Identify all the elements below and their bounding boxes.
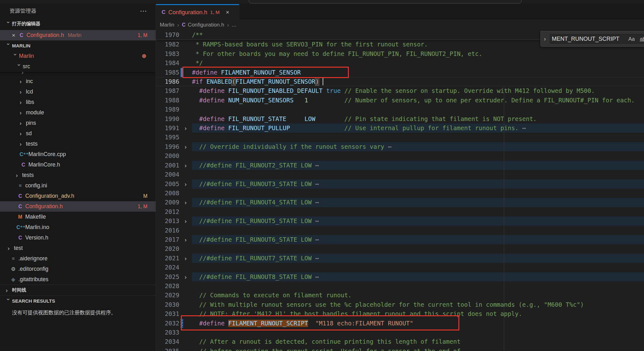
gutter[interactable]: 2031 bbox=[156, 309, 192, 318]
fold-chevron-icon[interactable]: › bbox=[179, 254, 192, 263]
code-line-2000[interactable]: 2000 bbox=[156, 151, 644, 160]
code-line-1996[interactable]: 1996› // Override individually if the ru… bbox=[156, 142, 644, 151]
gutter[interactable]: 2030 bbox=[156, 300, 192, 309]
whole-word-icon[interactable]: ab bbox=[640, 36, 644, 42]
code-line-text[interactable]: // With multiple runout sensors use the … bbox=[192, 300, 644, 309]
code-line-text[interactable] bbox=[192, 281, 644, 291]
code-line-2024[interactable]: 2024 bbox=[156, 263, 644, 272]
find-input-value[interactable]: MENT_RUNOUT_SCRIPT bbox=[552, 36, 623, 42]
tree-item-pins[interactable]: ›pins bbox=[0, 118, 156, 128]
code-line-2008[interactable]: 2008 bbox=[156, 189, 644, 198]
gutter[interactable]: 2012 bbox=[156, 207, 192, 216]
gutter[interactable]: 2035 bbox=[156, 347, 192, 351]
gutter[interactable]: 2029 bbox=[156, 291, 192, 300]
code-line-text[interactable]: //#define FIL_RUNOUT3_STATE LOW ⋯ bbox=[192, 179, 644, 189]
tree-item-lcd[interactable]: ›lcd bbox=[0, 87, 156, 97]
code-line-2012[interactable]: 2012 bbox=[156, 207, 644, 216]
code-line-text[interactable]: #if ENABLED(FILAMENT_RUNOUT_SENSOR) bbox=[192, 77, 644, 86]
tree-item-inc[interactable]: ›inc bbox=[0, 76, 156, 87]
code-line-text[interactable]: #define FIL_RUNOUT_PULLUP // Use interna… bbox=[192, 124, 644, 133]
code-line-text[interactable]: // Override individually if the runout s… bbox=[192, 142, 644, 151]
code-line-1988[interactable]: 1988 #define NUM_RUNOUT_SENSORS 1 // Num… bbox=[156, 96, 644, 105]
gutter[interactable]: 2032 bbox=[156, 319, 192, 328]
code-line-2032[interactable]: 2032 #define FILAMENT_RUNOUT_SCRIPT "M11… bbox=[156, 319, 644, 328]
code-line-text[interactable]: #define FIL_RUNOUT_STATE LOW // Pin stat… bbox=[192, 114, 644, 124]
fold-chevron-icon[interactable]: › bbox=[179, 216, 192, 226]
gutter[interactable]: 1996› bbox=[156, 142, 192, 151]
code-line-2020[interactable]: 2020 bbox=[156, 244, 644, 253]
code-line-1983[interactable]: 1983 * For other boards you may need to … bbox=[156, 49, 644, 58]
quick-input-box-edge[interactable] bbox=[249, 0, 522, 3]
fold-chevron-icon[interactable]: › bbox=[179, 179, 192, 189]
tree-item-marlin-ino[interactable]: C⁺⁺Marlin.ino bbox=[0, 222, 156, 233]
tree-item--gitattributes[interactable]: ◆.gitattributes bbox=[0, 274, 156, 285]
code-line-text[interactable]: // Commands to execute on filament runou… bbox=[192, 291, 644, 300]
gutter[interactable]: 2034 bbox=[156, 337, 192, 346]
more-actions-icon[interactable]: ⋯ bbox=[137, 7, 151, 15]
timeline-header[interactable]: › 时间线 bbox=[0, 285, 156, 295]
code-line-text[interactable] bbox=[192, 133, 644, 142]
toggle-replace-chevron-icon[interactable]: › bbox=[541, 35, 549, 42]
gutter[interactable]: 2017› bbox=[156, 235, 192, 244]
tab-configuration-h[interactable]: C Configuration.h 1, M × bbox=[156, 4, 239, 20]
project-section-header[interactable]: › MARLIN bbox=[0, 40, 156, 51]
close-icon[interactable]: × bbox=[224, 9, 232, 16]
gutter[interactable]: 2000 bbox=[156, 151, 192, 160]
gutter[interactable]: 2013› bbox=[156, 216, 192, 226]
code-line-1995[interactable]: 1995 bbox=[156, 133, 644, 142]
open-editor-item[interactable]: × C Configuration.h Marlin 1, M bbox=[0, 30, 156, 40]
code-line-2001[interactable]: 2001› //#define FIL_RUNOUT2_STATE LOW ⋯ bbox=[156, 161, 644, 170]
breadcrumb-symbol-tail[interactable]: ... bbox=[232, 22, 236, 28]
gutter[interactable]: 2004 bbox=[156, 170, 192, 179]
code-line-2030[interactable]: 2030 // With multiple runout sensors use… bbox=[156, 300, 644, 309]
gutter[interactable]: 1982 bbox=[156, 40, 192, 49]
close-icon[interactable]: × bbox=[9, 32, 18, 39]
code-line-1985[interactable]: 1985#define FILAMENT_RUNOUT_SENSOR bbox=[156, 68, 644, 77]
code-line-1986[interactable]: 1986#if ENABLED(FILAMENT_RUNOUT_SENSOR) bbox=[156, 77, 644, 86]
code-line-text[interactable]: #define FILAMENT_RUNOUT_SCRIPT "M118 ech… bbox=[192, 319, 644, 328]
code-line-2005[interactable]: 2005› //#define FIL_RUNOUT3_STATE LOW ⋯ bbox=[156, 179, 644, 189]
gutter[interactable]: 2028 bbox=[156, 281, 192, 291]
gutter[interactable]: 1990 bbox=[156, 114, 192, 124]
gutter[interactable]: 1987 bbox=[156, 86, 192, 95]
code-line-text[interactable]: //#define FIL_RUNOUT2_STATE LOW ⋯ bbox=[192, 161, 644, 170]
gutter[interactable]: 1970 bbox=[156, 30, 192, 39]
tree-item-makefile[interactable]: MMakefile bbox=[0, 212, 156, 222]
code-line-2021[interactable]: 2021› //#define FIL_RUNOUT7_STATE LOW ⋯ bbox=[156, 254, 644, 263]
match-case-icon[interactable]: Aa bbox=[628, 36, 635, 42]
code-line-text[interactable]: //#define FIL_RUNOUT5_STATE LOW ⋯ bbox=[192, 216, 644, 226]
code-line-text[interactable] bbox=[192, 226, 644, 235]
gutter[interactable]: 1985 bbox=[156, 68, 192, 77]
code-line-text[interactable] bbox=[192, 170, 644, 179]
code-line-1990[interactable]: 1990 #define FIL_RUNOUT_STATE LOW // Pin… bbox=[156, 114, 644, 124]
code-line-1984[interactable]: 1984 */ bbox=[156, 58, 644, 68]
tree-item-tests[interactable]: ›tests bbox=[0, 170, 156, 180]
code-editor[interactable]: 1970/**1982 * RAMPS-based boards use SER… bbox=[156, 30, 644, 351]
gutter[interactable]: 1991› bbox=[156, 124, 192, 133]
code-line-2016[interactable]: 2016 bbox=[156, 226, 644, 235]
code-line-text[interactable] bbox=[192, 189, 644, 198]
tree-item--editorconfig[interactable]: ⚙.editorconfig bbox=[0, 264, 156, 274]
code-line-2029[interactable]: 2029 // Commands to execute on filament … bbox=[156, 291, 644, 300]
breadcrumb-folder[interactable]: Marlin bbox=[160, 22, 174, 28]
gutter[interactable]: 2020 bbox=[156, 244, 192, 253]
gutter[interactable]: 1986 bbox=[156, 77, 192, 86]
tree-item-module[interactable]: ›module bbox=[0, 107, 156, 118]
code-line-text[interactable]: //#define FIL_RUNOUT8_STATE LOW ⋯ bbox=[192, 272, 644, 281]
fold-chevron-icon[interactable]: › bbox=[179, 124, 192, 133]
gutter[interactable]: 2021› bbox=[156, 254, 192, 263]
code-line-2025[interactable]: 2025› //#define FIL_RUNOUT8_STATE LOW ⋯ bbox=[156, 272, 644, 281]
code-line-text[interactable]: #define FIL_RUNOUT_ENABLED_DEFAULT true … bbox=[192, 86, 644, 95]
gutter[interactable]: 2016 bbox=[156, 226, 192, 235]
breadcrumb-file[interactable]: Configuration.h bbox=[188, 22, 224, 28]
code-line-2013[interactable]: 2013› //#define FIL_RUNOUT5_STATE LOW ⋯ bbox=[156, 216, 644, 226]
code-line-2035[interactable]: 2035 // before executing the runout scri… bbox=[156, 347, 644, 351]
tree-item-sd[interactable]: ›sd bbox=[0, 128, 156, 139]
fold-chevron-icon[interactable]: › bbox=[179, 161, 192, 170]
tree-item-version-h[interactable]: CVersion.h bbox=[0, 233, 156, 243]
tree-item-tests[interactable]: ›tests bbox=[0, 139, 156, 149]
gutter[interactable]: 1995 bbox=[156, 133, 192, 142]
code-line-text[interactable] bbox=[192, 105, 644, 114]
tree-item-config-ini[interactable]: ≡config.ini bbox=[0, 180, 156, 191]
code-line-text[interactable]: */ bbox=[192, 58, 644, 68]
